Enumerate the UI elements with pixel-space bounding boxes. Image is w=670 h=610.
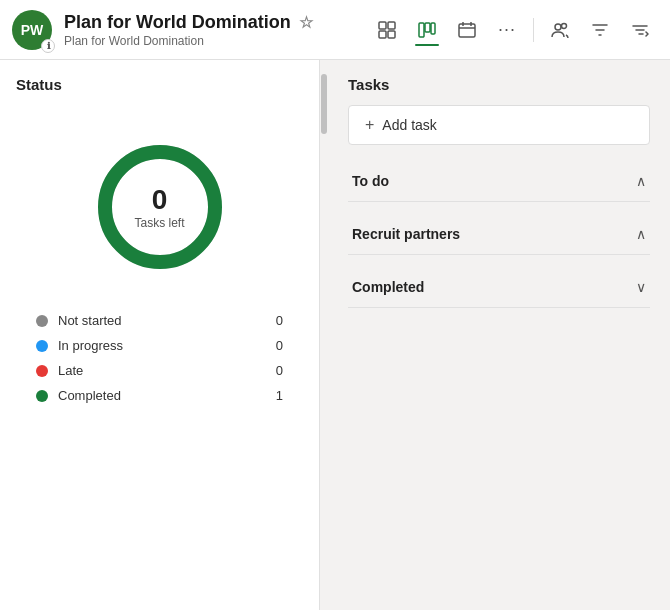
people-icon xyxy=(551,21,569,39)
board-icon xyxy=(418,21,436,39)
svg-rect-0 xyxy=(379,22,386,29)
section-name: Recruit partners xyxy=(352,226,460,242)
toolbar: ··· xyxy=(369,12,658,48)
legend-count: 0 xyxy=(267,363,283,378)
section-header[interactable]: To do ∧ xyxy=(348,161,650,202)
tasks-panel: Tasks + Add task To do ∧ Recruit partner… xyxy=(328,60,670,610)
star-icon[interactable]: ☆ xyxy=(299,13,313,32)
section-header[interactable]: Completed ∨ xyxy=(348,267,650,308)
more-options-button[interactable]: ··· xyxy=(489,12,525,48)
avatar: PW ℹ xyxy=(12,10,52,50)
task-sections: To do ∧ Recruit partners ∧ Completed ∨ xyxy=(348,161,650,320)
svg-rect-5 xyxy=(425,23,430,32)
plus-icon: + xyxy=(365,116,374,134)
status-panel: Status 0 Tasks left Not started 0 xyxy=(0,60,320,610)
sort-icon xyxy=(631,21,649,39)
filter-icon xyxy=(591,21,609,39)
calendar-icon xyxy=(458,21,476,39)
calendar-view-button[interactable] xyxy=(449,12,485,48)
section-header[interactable]: Recruit partners ∧ xyxy=(348,214,650,255)
task-section: Completed ∨ xyxy=(348,267,650,308)
svg-point-12 xyxy=(562,23,567,28)
tasks-panel-title: Tasks xyxy=(348,76,650,93)
svg-rect-4 xyxy=(419,23,424,37)
add-task-label: Add task xyxy=(382,117,436,133)
tasks-left-number: 0 xyxy=(134,185,184,216)
legend-label: Not started xyxy=(58,313,257,328)
tasks-left-label: Tasks left xyxy=(134,215,184,229)
legend-dot xyxy=(36,340,48,352)
task-section: To do ∧ xyxy=(348,161,650,202)
legend-item: Not started 0 xyxy=(36,313,283,328)
sort-button[interactable] xyxy=(622,12,658,48)
donut-center: 0 Tasks left xyxy=(134,185,184,230)
chevron-icon: ∨ xyxy=(636,279,646,295)
grid-view-button[interactable] xyxy=(369,12,405,48)
legend-dot xyxy=(36,315,48,327)
status-legend: Not started 0 In progress 0 Late 0 Compl… xyxy=(16,303,303,413)
scrollbar-area xyxy=(320,60,328,610)
donut-chart: 0 Tasks left xyxy=(90,137,230,277)
chevron-icon: ∧ xyxy=(636,226,646,242)
legend-count: 1 xyxy=(267,388,283,403)
info-icon: ℹ xyxy=(41,39,55,53)
legend-dot xyxy=(36,365,48,377)
svg-rect-2 xyxy=(379,31,386,38)
svg-point-11 xyxy=(555,24,561,30)
title-block: Plan for World Domination ☆ Plan for Wor… xyxy=(64,12,369,48)
grid-icon xyxy=(378,21,396,39)
legend-count: 0 xyxy=(267,313,283,328)
page-subtitle: Plan for World Domination xyxy=(64,34,369,48)
main-layout: Status 0 Tasks left Not started 0 xyxy=(0,60,670,610)
legend-label: In progress xyxy=(58,338,257,353)
section-name: Completed xyxy=(352,279,424,295)
people-button[interactable] xyxy=(542,12,578,48)
legend-dot xyxy=(36,390,48,402)
donut-chart-container: 0 Tasks left xyxy=(16,117,303,287)
filter-button[interactable] xyxy=(582,12,618,48)
svg-rect-7 xyxy=(459,24,475,37)
legend-item: Late 0 xyxy=(36,363,283,378)
legend-item: Completed 1 xyxy=(36,388,283,403)
legend-item: In progress 0 xyxy=(36,338,283,353)
svg-rect-3 xyxy=(388,31,395,38)
task-section: Recruit partners ∧ xyxy=(348,214,650,255)
scrollbar-thumb[interactable] xyxy=(321,74,327,134)
toolbar-divider xyxy=(533,18,534,42)
board-view-button[interactable] xyxy=(409,12,445,48)
legend-count: 0 xyxy=(267,338,283,353)
ellipsis-icon: ··· xyxy=(498,19,516,40)
svg-rect-6 xyxy=(431,23,435,34)
add-task-button[interactable]: + Add task xyxy=(348,105,650,145)
section-name: To do xyxy=(352,173,389,189)
page-title: Plan for World Domination ☆ xyxy=(64,12,369,33)
status-panel-title: Status xyxy=(16,76,303,93)
svg-rect-1 xyxy=(388,22,395,29)
legend-label: Late xyxy=(58,363,257,378)
app-header: PW ℹ Plan for World Domination ☆ Plan fo… xyxy=(0,0,670,60)
chevron-icon: ∧ xyxy=(636,173,646,189)
legend-label: Completed xyxy=(58,388,257,403)
